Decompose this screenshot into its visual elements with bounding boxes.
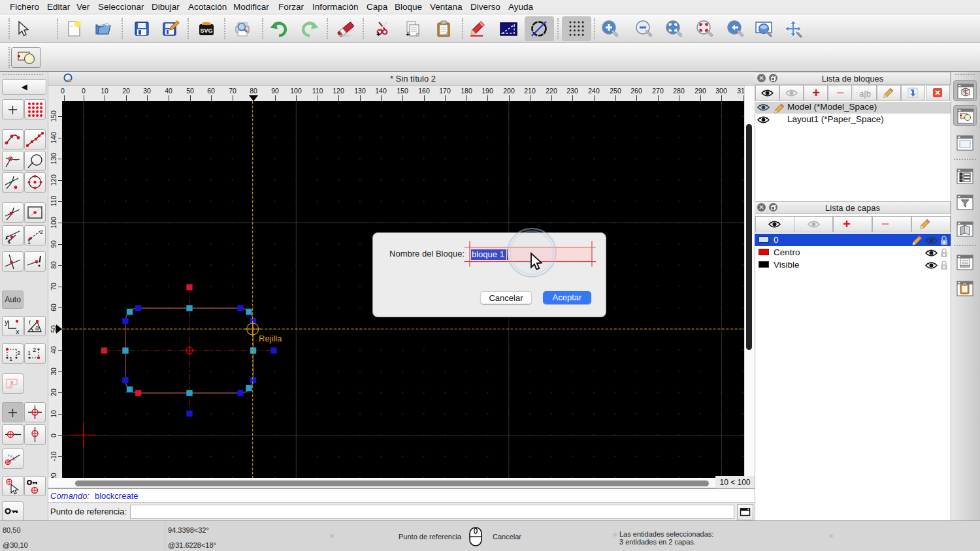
svg-text:x: x [16, 328, 20, 336]
svg-text:1: 1 [9, 355, 12, 362]
svg-text:r: r [29, 319, 31, 326]
svg-text:a: a [35, 324, 39, 332]
svg-text:y: y [5, 318, 8, 326]
svg-text:1: 1 [27, 349, 31, 356]
svg-text:+: + [376, 30, 380, 38]
svg-text:SVG: SVG [200, 27, 212, 34]
svg-text:2: 2 [17, 349, 20, 356]
svg-text:2: 2 [40, 228, 43, 235]
svg-text:Rejilla: Rejilla [259, 334, 282, 343]
svg-text:+: + [406, 30, 410, 38]
svg-text:2: 2 [33, 346, 36, 353]
